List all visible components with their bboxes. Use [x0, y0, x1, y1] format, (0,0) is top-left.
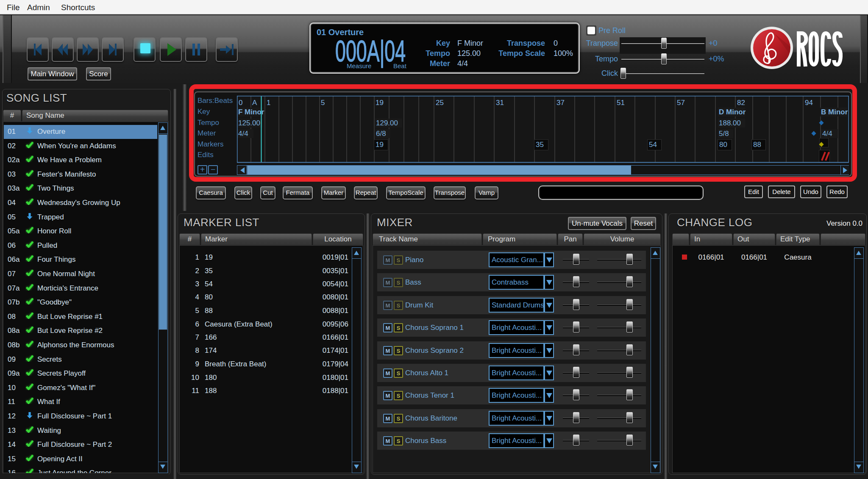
svg-text:6/8: 6/8 [376, 130, 386, 138]
svg-text:19: 19 [376, 99, 384, 107]
svg-text:4/4: 4/4 [822, 130, 832, 138]
svg-text:57: 57 [677, 99, 685, 107]
svg-text:A: A [252, 99, 257, 107]
svg-text:125.00: 125.00 [238, 119, 260, 127]
svg-text:94: 94 [805, 99, 813, 107]
svg-text:188.00: 188.00 [719, 119, 741, 127]
svg-text:129.00: 129.00 [376, 119, 398, 127]
svg-text:88: 88 [753, 141, 761, 149]
svg-text:0: 0 [239, 99, 242, 107]
svg-text:82: 82 [737, 99, 745, 107]
svg-text:51: 51 [617, 99, 625, 107]
svg-text:80: 80 [719, 141, 727, 149]
svg-text:4/4: 4/4 [238, 130, 248, 138]
svg-text:5: 5 [321, 99, 325, 107]
svg-text:19: 19 [376, 141, 384, 149]
svg-text:35: 35 [536, 141, 544, 149]
svg-text:31: 31 [496, 99, 504, 107]
svg-text:25: 25 [436, 99, 444, 107]
svg-text:F Minor: F Minor [238, 108, 264, 116]
svg-text:B Minor: B Minor [821, 108, 848, 116]
svg-text:1: 1 [267, 99, 270, 107]
svg-text:54: 54 [649, 141, 657, 149]
svg-text:D Minor: D Minor [719, 108, 746, 116]
svg-text:37: 37 [556, 99, 565, 107]
svg-text:5/8: 5/8 [719, 130, 729, 138]
